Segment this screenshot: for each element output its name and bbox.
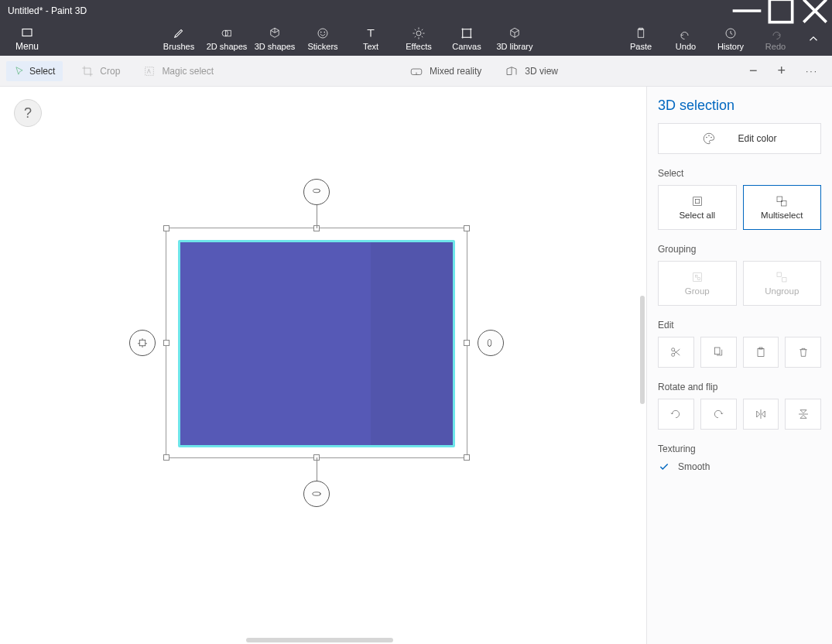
resize-handle[interactable] (464, 340, 470, 346)
flip-horizontal-button[interactable] (743, 399, 779, 430)
svg-rect-45 (714, 348, 720, 355)
flip-v-icon (797, 408, 810, 420)
subtoolbar: Select Crop Magic select Mixed reality 3… (0, 56, 832, 87)
svg-point-8 (320, 32, 322, 33)
mixed-reality-button[interactable]: Mixed reality (409, 64, 481, 78)
check-icon (658, 461, 670, 473)
group-button: Group (658, 261, 737, 306)
rotate-cw-button[interactable] (700, 399, 737, 430)
tool-label: Canvas (452, 42, 481, 51)
horizontal-scrollbar[interactable] (246, 638, 393, 642)
copy-button[interactable] (700, 337, 737, 368)
svg-rect-24 (638, 29, 644, 38)
tool-canvas[interactable]: Canvas (443, 22, 491, 56)
paste-panel-button[interactable] (743, 337, 779, 368)
resize-handle[interactable] (163, 340, 169, 346)
workarea: ? 3D selection Edit color Select (0, 87, 832, 644)
more-button[interactable]: ··· (806, 66, 818, 77)
tool-brushes[interactable]: Brushes (155, 22, 203, 56)
smooth-checkbox[interactable]: Smooth (658, 461, 821, 473)
tool-effects[interactable]: Effects (395, 22, 443, 56)
svg-rect-1 (769, 0, 792, 22)
vertical-scrollbar[interactable] (640, 296, 645, 404)
resize-handle[interactable] (464, 225, 470, 231)
titlebar: Untitled* - Paint 3D (0, 0, 832, 22)
tool-label: Stickers (307, 42, 337, 51)
tool-label: Text (363, 42, 378, 51)
svg-point-5 (222, 30, 228, 36)
side-panel: 3D selection Edit color Select Select al… (646, 87, 832, 644)
svg-rect-4 (22, 29, 32, 36)
redo-label: Redo (765, 42, 786, 51)
select-tool[interactable]: Select (6, 61, 63, 81)
rotate-z-gizmo[interactable] (303, 481, 330, 507)
undo-button[interactable]: Undo (663, 22, 708, 56)
tool-text[interactable]: Text (347, 22, 395, 56)
rotate-ccw-button[interactable] (658, 399, 694, 430)
panel-heading: 3D selection (658, 98, 821, 114)
svg-rect-35 (695, 199, 699, 203)
mixed-reality-label: Mixed reality (430, 66, 481, 77)
rotate-flip-section-label: Rotate and flip (658, 382, 821, 392)
svg-point-32 (709, 135, 710, 137)
flip-vertical-button[interactable] (785, 399, 821, 430)
history-button[interactable]: History (708, 22, 753, 56)
resize-handle[interactable] (464, 454, 470, 461)
tool-2d-shapes[interactable]: 2D shapes (203, 22, 251, 56)
mixed-reality-icon (409, 64, 423, 78)
tool-stickers[interactable]: Stickers (299, 22, 347, 56)
select-label: Select (29, 66, 55, 77)
history-label: History (717, 42, 744, 51)
select-all-button[interactable]: Select all (658, 185, 737, 230)
svg-rect-30 (139, 340, 146, 346)
group-icon (691, 271, 704, 283)
select-all-icon (691, 195, 704, 207)
depth-gizmo[interactable] (129, 330, 156, 356)
delete-button[interactable] (785, 337, 821, 368)
magic-select-tool[interactable]: Magic select (139, 60, 218, 82)
maximize-button[interactable] (764, 0, 798, 22)
redo-button[interactable]: Redo (753, 22, 798, 56)
ungroup-label: Ungroup (765, 286, 799, 296)
minimize-button[interactable] (730, 0, 764, 22)
cut-button[interactable] (658, 337, 694, 368)
crop-tool[interactable]: Crop (77, 60, 125, 82)
resize-handle[interactable] (163, 225, 169, 231)
edit-color-label: Edit color (738, 133, 776, 144)
multiselect-label: Multiselect (761, 211, 803, 220)
select-section-label: Select (658, 168, 821, 179)
tool-label: Effects (406, 42, 431, 51)
multiselect-button[interactable]: Multiselect (743, 185, 822, 230)
zoom-out-button[interactable]: − (749, 63, 758, 79)
svg-point-29 (313, 492, 321, 496)
svg-rect-46 (758, 348, 764, 356)
menu-button[interactable]: Menu (0, 22, 54, 56)
cube-3d-object[interactable] (178, 240, 455, 447)
3d-view-button[interactable]: 3D view (505, 64, 558, 78)
tool-3d-library[interactable]: 3D library (491, 22, 539, 56)
trash-icon (797, 346, 810, 358)
paste-button[interactable]: Paste (618, 22, 663, 56)
tool-label: 3D library (496, 42, 532, 51)
expand-ribbon-button[interactable] (798, 22, 829, 56)
zoom-in-button[interactable]: + (777, 63, 786, 79)
rotate-x-gizmo[interactable] (303, 179, 330, 205)
rotate-y-gizmo[interactable] (478, 330, 504, 356)
close-button[interactable] (798, 0, 832, 22)
scissors-icon (669, 346, 682, 358)
canvas[interactable]: ? (0, 87, 646, 644)
palette-icon (702, 132, 716, 146)
rotate-cw-icon (712, 408, 724, 420)
grouping-section-label: Grouping (658, 244, 821, 255)
copy-icon (712, 346, 724, 358)
tool-3d-shapes[interactable]: 3D shapes (251, 22, 299, 56)
selection-bounds[interactable] (166, 228, 467, 458)
window-controls (730, 0, 832, 22)
edit-color-button[interactable]: Edit color (658, 123, 821, 154)
help-button[interactable]: ? (14, 99, 42, 127)
magic-select-label: Magic select (162, 66, 214, 77)
svg-line-18 (422, 29, 423, 31)
flip-h-icon (755, 408, 767, 420)
resize-handle[interactable] (163, 454, 169, 461)
svg-rect-42 (782, 278, 786, 282)
